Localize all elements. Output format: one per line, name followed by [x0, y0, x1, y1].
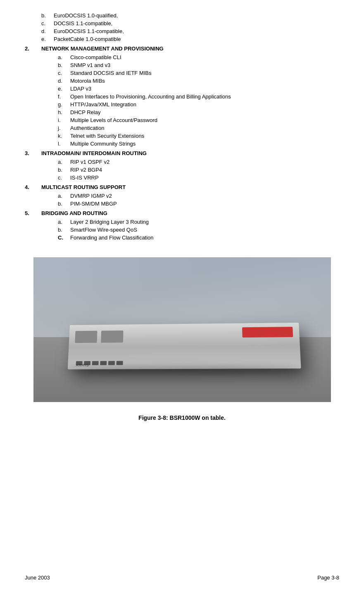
- s4-item-a: a. DVMRP IGMP v2: [25, 193, 339, 199]
- list-item-b: b. EuroDOCSIS 1.0-qualified,: [25, 12, 339, 19]
- s2-text-e: LDAP v3: [70, 86, 339, 92]
- s2-label-e: e.: [58, 86, 70, 92]
- s2-label-c: c.: [58, 70, 70, 76]
- preliminary-list: b. EuroDOCSIS 1.0-qualified, c. DOCSIS 1…: [25, 12, 339, 42]
- s2-item-l: l. Multiple Community Strings: [25, 141, 339, 147]
- label-d: d.: [41, 28, 54, 34]
- section3-number: 3.: [25, 150, 41, 156]
- section5-title: BRIDGING AND ROUTING: [41, 210, 107, 216]
- text-b: EuroDOCSIS 1.0-qualified,: [54, 12, 339, 19]
- s2-label-i: i.: [58, 117, 70, 123]
- s5-item-a: a. Layer 2 Bridging Layer 3 Routing: [25, 219, 339, 225]
- section5-number: 5.: [25, 210, 41, 216]
- s3-item-c: c. IS-IS VRRP: [25, 175, 339, 181]
- s5-label-c: C.: [58, 235, 70, 241]
- content-area: b. EuroDOCSIS 1.0-qualified, c. DOCSIS 1…: [25, 8, 339, 421]
- footer-left: June 2003: [25, 575, 50, 581]
- section3-title: INTRADOMAIN/ INTERDOMAIN ROUTING: [41, 150, 147, 156]
- s2-label-h: h.: [58, 109, 70, 115]
- section2-header: 2. NETWORK MANAGEMENT AND PROVISIONING: [25, 45, 339, 52]
- s3-text-c: IS-IS VRRP: [70, 175, 339, 181]
- s2-label-b: b.: [58, 62, 70, 68]
- label-e: e.: [41, 36, 54, 42]
- device-body: ARRIS: [67, 323, 301, 369]
- s2-text-i: Multiple Levels of Account/Password: [70, 117, 339, 123]
- s2-label-j: j.: [58, 125, 70, 131]
- s2-item-i: i. Multiple Levels of Account/Password: [25, 117, 339, 123]
- section4-number: 4.: [25, 184, 41, 190]
- s4-label-b: b.: [58, 201, 70, 207]
- page-footer: June 2003 Page 3-8: [25, 575, 339, 581]
- s2-text-j: Authentication: [70, 125, 339, 131]
- s2-text-d: Motorola MIBs: [70, 78, 339, 84]
- section2-items: a. Cisco-compatible CLI b. SNMP v1 and v…: [25, 54, 339, 147]
- section2-number: 2.: [25, 45, 41, 52]
- section4-title: MULTICAST ROUTING SUPPORT: [41, 184, 126, 190]
- s2-item-b: b. SNMP v1 and v3: [25, 62, 339, 68]
- section5-items: a. Layer 2 Bridging Layer 3 Routing b. S…: [25, 219, 339, 241]
- s3-label-c: c.: [58, 175, 70, 181]
- s2-label-d: d.: [58, 78, 70, 84]
- s2-item-k: k. Telnet with Security Extensions: [25, 133, 339, 139]
- text-d: EuroDOCSIS 1.1-compatible,: [54, 28, 339, 34]
- list-item-c: c. DOCSIS 1.1-compatible,: [25, 20, 339, 26]
- s3-item-a: a. RIP v1 OSPF v2: [25, 159, 339, 165]
- text-e: PacketCable 1.0-compatible: [54, 36, 339, 42]
- section3-header: 3. INTRADOMAIN/ INTERDOMAIN ROUTING: [25, 150, 339, 156]
- section4-header: 4. MULTICAST ROUTING SUPPORT: [25, 184, 339, 190]
- s2-item-j: j. Authentication: [25, 125, 339, 131]
- figure-image-container: ARRIS: [33, 257, 331, 402]
- s4-text-a: DVMRP IGMP v2: [70, 193, 339, 199]
- s4-item-b: b. PIM-SM/DM MBGP: [25, 201, 339, 207]
- figure-caption: Figure 3-8: BSR1000W on table.: [25, 414, 339, 421]
- figure-wrapper: ARRIS Figure 3-8: BSR1000W on table.: [25, 257, 339, 421]
- s5-item-c: C. Forwarding and Flow Classification: [25, 235, 339, 241]
- s5-text-a: Layer 2 Bridging Layer 3 Routing: [70, 219, 339, 225]
- list-item-d: d. EuroDOCSIS 1.1-compatible,: [25, 28, 339, 34]
- s3-text-b: RIP v2 BGP4: [70, 167, 339, 173]
- s2-text-g: HTTP/Java/XML Integration: [70, 101, 339, 108]
- footer-right: Page 3-8: [317, 575, 339, 581]
- page-container: b. EuroDOCSIS 1.0-qualified, c. DOCSIS 1…: [0, 0, 364, 589]
- s2-item-a: a. Cisco-compatible CLI: [25, 54, 339, 60]
- s3-label-b: b.: [58, 167, 70, 173]
- s2-label-l: l.: [58, 141, 70, 147]
- section4-items: a. DVMRP IGMP v2 b. PIM-SM/DM MBGP: [25, 193, 339, 207]
- s2-text-b: SNMP v1 and v3: [70, 62, 339, 68]
- s2-item-d: d. Motorola MIBs: [25, 78, 339, 84]
- list-item-e: e. PacketCable 1.0-compatible: [25, 36, 339, 42]
- section2-title: NETWORK MANAGEMENT AND PROVISIONING: [41, 45, 164, 52]
- s2-text-a: Cisco-compatible CLI: [70, 54, 339, 60]
- s2-text-h: DHCP Relay: [70, 109, 339, 115]
- s2-label-g: g.: [58, 101, 70, 108]
- s3-text-a: RIP v1 OSPF v2: [70, 159, 339, 165]
- s2-text-f: Open Interfaces to Provisioning, Account…: [70, 93, 339, 100]
- s4-label-a: a.: [58, 193, 70, 199]
- s2-item-e: e. LDAP v3: [25, 86, 339, 92]
- s2-label-a: a.: [58, 54, 70, 60]
- s2-item-g: g. HTTP/Java/XML Integration: [25, 101, 339, 108]
- label-c: c.: [41, 20, 54, 26]
- s3-label-a: a.: [58, 159, 70, 165]
- s2-label-k: k.: [58, 133, 70, 139]
- section5-header: 5. BRIDGING AND ROUTING: [25, 210, 339, 216]
- s2-text-c: Standard DOCSIS and IETF MIBs: [70, 70, 339, 76]
- hardware-image: ARRIS: [33, 257, 331, 402]
- section3-items: a. RIP v1 OSPF v2 b. RIP v2 BGP4 c. IS-I…: [25, 159, 339, 181]
- label-b: b.: [41, 12, 54, 19]
- s2-text-l: Multiple Community Strings: [70, 141, 339, 147]
- text-c: DOCSIS 1.1-compatible,: [54, 20, 339, 26]
- s3-item-b: b. RIP v2 BGP4: [25, 167, 339, 173]
- s4-text-b: PIM-SM/DM MBGP: [70, 201, 339, 207]
- s5-text-c: Forwarding and Flow Classification: [70, 235, 339, 241]
- s5-label-b: b.: [58, 227, 70, 233]
- s5-label-a: a.: [58, 219, 70, 225]
- s2-item-f: f. Open Interfaces to Provisioning, Acco…: [25, 93, 339, 100]
- s2-item-h: h. DHCP Relay: [25, 109, 339, 115]
- s5-item-b: b. SmartFlow Wire-speed QoS: [25, 227, 339, 233]
- s2-item-c: c. Standard DOCSIS and IETF MIBs: [25, 70, 339, 76]
- s5-text-b: SmartFlow Wire-speed QoS: [70, 227, 339, 233]
- s2-label-f: f.: [58, 93, 70, 100]
- s2-text-k: Telnet with Security Extensions: [70, 133, 339, 139]
